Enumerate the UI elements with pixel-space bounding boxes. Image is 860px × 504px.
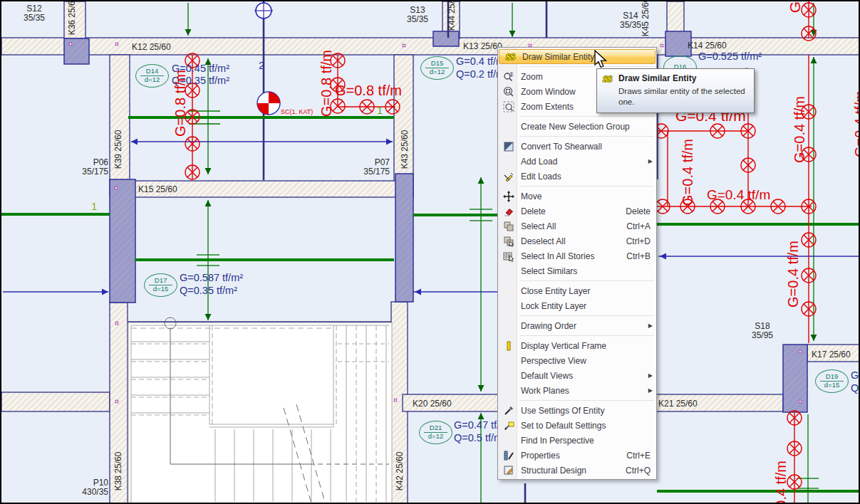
select-in-all-stories-icon xyxy=(502,251,516,262)
menu-separator xyxy=(519,400,654,401)
tooltip-title: Draw Similar Entity xyxy=(618,73,748,83)
zoom-window-icon xyxy=(502,86,516,98)
move-icon xyxy=(502,191,516,202)
structural-design-icon xyxy=(502,465,516,476)
menu-item-select-in-all-stories[interactable]: Select In All Stories Ctrl+B xyxy=(498,248,656,263)
menu-separator xyxy=(519,335,654,336)
menu-item-structural-design[interactable]: Structural Design Ctrl+Q xyxy=(498,463,656,478)
menu-item-set-to-default-settings[interactable]: Set to Default Settings xyxy=(498,418,656,433)
menu-separator xyxy=(519,186,654,187)
menu-tooltip: SS Draw Similar Entity Draws similar ent… xyxy=(596,68,755,113)
set-default-icon xyxy=(502,420,516,431)
menu-item-edit-loads[interactable]: Edit Loads xyxy=(498,169,656,184)
zoom-icon xyxy=(502,71,516,83)
menu-item-draw-similar-entity[interactable]: SS Draw Similar Entity xyxy=(499,49,656,64)
column-axis-symbol xyxy=(254,1,273,20)
dropper-icon xyxy=(502,405,516,416)
zoom-extents-icon xyxy=(502,101,516,112)
menu-item-find-in-perspective[interactable]: Find In Perspective xyxy=(498,433,656,448)
tooltip-body: Draws similar entity of the selected one… xyxy=(618,86,748,107)
menu-item-select-similars[interactable]: Select Similars xyxy=(498,263,656,278)
menu-item-create-new-selection-group[interactable]: Create New Selection Group xyxy=(498,119,656,134)
menu-item-delete[interactable]: Delete Delete xyxy=(498,204,656,219)
menu-separator xyxy=(519,315,654,316)
menu-separator xyxy=(519,116,654,117)
menu-item-lock-entity-layer[interactable]: Lock Entity Layer xyxy=(498,298,656,313)
mouse-cursor xyxy=(593,50,611,70)
menu-item-close-entity-layer[interactable]: Close Entity Layer xyxy=(498,283,656,298)
menu-item-use-settings-of-entity[interactable]: Use Settings Of Entity xyxy=(498,403,656,418)
menu-separator xyxy=(519,280,654,281)
deselect-all-icon xyxy=(502,236,516,247)
menu-separator xyxy=(519,66,654,67)
submenu-arrow-icon: ▶ xyxy=(648,372,653,379)
submenu-arrow-icon: ▶ xyxy=(648,322,653,329)
menu-item-drawing-order[interactable]: Drawing Order ▶ xyxy=(498,318,656,333)
menu-item-display-vertical-frame[interactable]: Display Vertical Frame xyxy=(498,338,656,353)
submenu-arrow-icon: ▶ xyxy=(648,158,653,164)
shearwall-icon xyxy=(502,141,516,152)
menu-item-deselect-all[interactable]: Deselect All Ctrl+D xyxy=(498,233,656,248)
menu-item-convert-to-shearwall[interactable]: Convert To Shearwall xyxy=(498,139,656,154)
menu-item-properties[interactable]: Properties Ctrl+E xyxy=(498,448,656,463)
staircase xyxy=(128,317,392,504)
cad-application-window: K12 25/60 K13 25/60 K14 25/60 K15 25/60 … xyxy=(0,0,860,504)
menu-item-default-views[interactable]: Default Views ▶ xyxy=(498,368,656,383)
menu-separator xyxy=(519,136,654,137)
menu-item-move[interactable]: Move xyxy=(498,189,656,204)
menu-item-perspective-view[interactable]: Perspective View xyxy=(498,353,656,368)
delete-icon xyxy=(502,206,516,217)
menu-item-select-all[interactable]: Select All Ctrl+A xyxy=(498,219,656,233)
vertical-frame-icon xyxy=(502,340,516,352)
draw-similar-icon: SS xyxy=(503,51,517,63)
submenu-arrow-icon: ▶ xyxy=(648,387,653,394)
edit-loads-icon xyxy=(502,171,516,182)
select-all-icon xyxy=(502,221,516,232)
properties-icon xyxy=(502,450,516,461)
draw-similar-icon: SS xyxy=(603,73,611,85)
mass-center-symbol xyxy=(257,92,280,115)
menu-item-add-load[interactable]: Add Load ▶ xyxy=(498,154,656,169)
menu-item-work-planes[interactable]: Work Planes ▶ xyxy=(498,383,656,398)
